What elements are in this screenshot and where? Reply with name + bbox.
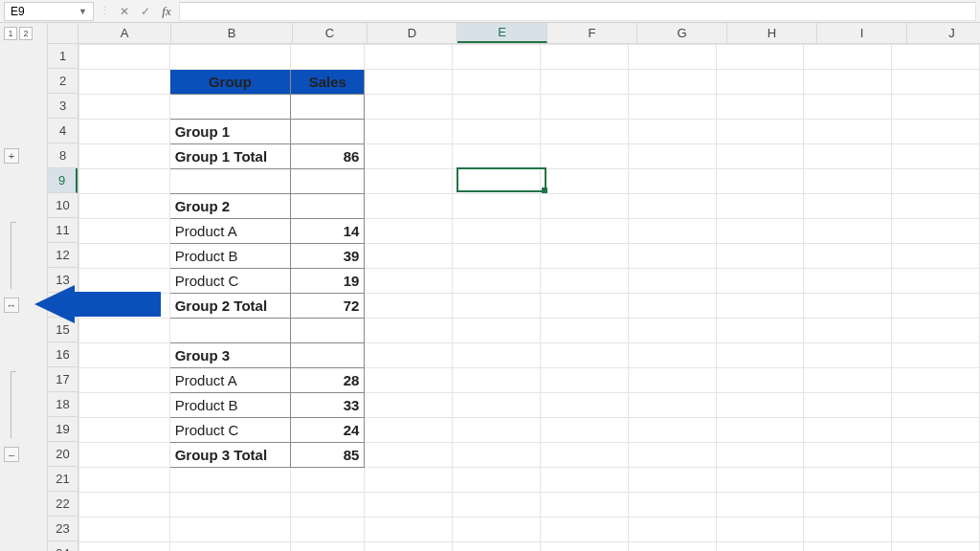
cell-I11[interactable] (804, 219, 892, 244)
cell-C4[interactable] (291, 120, 365, 144)
cell-C24[interactable] (291, 542, 365, 552)
column-header-F[interactable]: F (547, 23, 637, 43)
cell-H23[interactable] (716, 518, 804, 542)
column-header-A[interactable]: A (78, 23, 171, 43)
outline-collapse-group2[interactable]: ↔ (4, 298, 19, 313)
row-header-17[interactable]: 17 (48, 367, 78, 392)
cell-G10[interactable] (628, 194, 716, 219)
cell-A9[interactable] (79, 169, 170, 194)
row-header-21[interactable]: 21 (48, 467, 78, 492)
cell-J3[interactable] (892, 95, 980, 120)
cell-J17[interactable] (892, 368, 980, 393)
cell-E24[interactable] (453, 542, 541, 552)
cancel-icon[interactable]: ✕ (116, 3, 133, 20)
cell-A24[interactable] (79, 542, 170, 552)
cell-B8[interactable]: Group 1 Total (169, 144, 290, 169)
cell-I20[interactable] (804, 443, 892, 468)
select-all-corner[interactable] (48, 23, 78, 44)
cell-C14[interactable]: 72 (291, 294, 365, 319)
cell-G11[interactable] (628, 219, 716, 244)
cell-J10[interactable] (892, 194, 980, 219)
cell-D12[interactable] (365, 244, 453, 269)
cell-J12[interactable] (892, 244, 980, 269)
cell-I15[interactable] (804, 319, 892, 343)
cell-D8[interactable] (365, 144, 453, 169)
cell-B23[interactable] (169, 518, 290, 542)
cell-A16[interactable] (79, 343, 170, 368)
cell-H20[interactable] (716, 443, 804, 468)
cell-E16[interactable] (453, 343, 541, 368)
cell-E22[interactable] (453, 493, 541, 518)
cell-C21[interactable] (291, 468, 365, 493)
cell-G15[interactable] (628, 319, 716, 343)
cell-E10[interactable] (453, 194, 541, 219)
cell-A12[interactable] (79, 244, 170, 269)
row-header-9[interactable]: 9 (48, 168, 78, 193)
cell-D4[interactable] (365, 120, 453, 144)
cell-H17[interactable] (716, 368, 804, 393)
outline-level-2[interactable]: 2 (19, 27, 33, 40)
cell-D14[interactable] (365, 294, 453, 319)
cell-I8[interactable] (804, 144, 892, 169)
cell-F13[interactable] (540, 269, 628, 294)
cell-C12[interactable]: 39 (291, 244, 365, 269)
cell-H18[interactable] (716, 393, 804, 418)
cell-D1[interactable] (365, 45, 453, 70)
row-header-18[interactable]: 18 (48, 392, 78, 417)
row-header-20[interactable]: 20 (48, 442, 78, 467)
cell-E8[interactable] (453, 144, 541, 169)
cell-B4[interactable]: Group 1 (169, 120, 290, 144)
cell-E3[interactable] (453, 95, 541, 120)
cell-B22[interactable] (169, 493, 290, 518)
cell-E21[interactable] (453, 468, 541, 493)
cell-G22[interactable] (628, 493, 716, 518)
row-header-14[interactable]: 14 (48, 293, 78, 318)
cell-H2[interactable] (716, 70, 804, 95)
column-header-I[interactable]: I (817, 23, 907, 43)
row-header-19[interactable]: 19 (48, 417, 78, 442)
row-header-22[interactable]: 22 (48, 492, 78, 517)
cell-D21[interactable] (365, 468, 453, 493)
cell-G8[interactable] (628, 144, 716, 169)
cell-E2[interactable] (453, 70, 541, 95)
cell-B3[interactable] (169, 95, 290, 120)
fx-icon[interactable]: fx (158, 3, 175, 20)
cell-B14[interactable]: Group 2 Total (169, 294, 290, 319)
cell-G3[interactable] (628, 95, 716, 120)
cell-J11[interactable] (892, 219, 980, 244)
cell-J24[interactable] (892, 542, 980, 552)
cell-G17[interactable] (628, 368, 716, 393)
cell-F22[interactable] (540, 493, 628, 518)
cell-B12[interactable]: Product B (169, 244, 290, 269)
cell-I18[interactable] (804, 393, 892, 418)
cell-A17[interactable] (79, 368, 170, 393)
row-header-11[interactable]: 11 (48, 218, 78, 243)
cell-H14[interactable] (716, 294, 804, 319)
cell-H11[interactable] (716, 219, 804, 244)
cell-J4[interactable] (892, 120, 980, 144)
column-header-B[interactable]: B (171, 23, 293, 43)
cell-I21[interactable] (804, 468, 892, 493)
cell-H8[interactable] (716, 144, 804, 169)
cell-J22[interactable] (892, 493, 980, 518)
column-header-G[interactable]: G (637, 23, 727, 43)
cell-B17[interactable]: Product A (169, 368, 290, 393)
row-header-4[interactable]: 4 (48, 119, 78, 143)
cell-E20[interactable] (453, 443, 541, 468)
cell-B16[interactable]: Group 3 (169, 343, 290, 368)
cell-G9[interactable] (628, 169, 716, 194)
cell-G1[interactable] (628, 45, 716, 70)
cell-G13[interactable] (628, 269, 716, 294)
cell-A22[interactable] (79, 493, 170, 518)
cell-I17[interactable] (804, 368, 892, 393)
cell-J8[interactable] (892, 144, 980, 169)
cell-I22[interactable] (804, 493, 892, 518)
cell-H12[interactable] (716, 244, 804, 269)
cell-I12[interactable] (804, 244, 892, 269)
cell-E15[interactable] (453, 319, 541, 343)
cell-H24[interactable] (716, 542, 804, 552)
cell-H9[interactable] (716, 169, 804, 194)
cell-G4[interactable] (628, 120, 716, 144)
cell-F1[interactable] (540, 45, 628, 70)
cell-F14[interactable] (540, 294, 628, 319)
